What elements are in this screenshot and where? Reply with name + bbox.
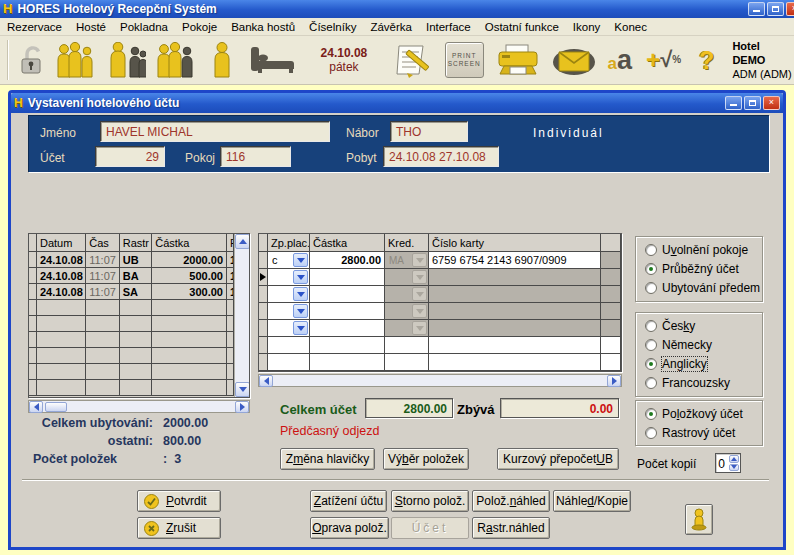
change-header-button[interactable]: Změna hlavičky [280, 448, 375, 470]
col-cislo-karty[interactable]: Číslo karty [429, 234, 601, 251]
scroll-right-icon[interactable] [607, 375, 621, 387]
col-rastr[interactable]: Rastr [120, 234, 153, 251]
rooms-bed-icon[interactable] [249, 45, 295, 75]
radio-icon [645, 339, 657, 351]
keeper-button[interactable] [685, 504, 713, 535]
col-f[interactable]: F [227, 234, 234, 251]
restore-button[interactable] [767, 2, 784, 16]
single-guest-icon[interactable] [211, 42, 233, 78]
menu-item-ciselniky[interactable]: Číselníky [302, 21, 363, 33]
col-kred[interactable]: Kred. [385, 234, 429, 251]
calculator-icon[interactable]: +√% [646, 50, 681, 70]
scroll-right-icon[interactable] [235, 401, 249, 413]
menu-item-pokladna[interactable]: Pokladna [113, 21, 175, 33]
combo-dropdown-icon[interactable] [293, 287, 308, 301]
col-castka2[interactable]: Částka [310, 234, 385, 251]
mail-icon[interactable] [552, 44, 596, 76]
edit-item-button[interactable]: Oprava polož. [310, 517, 389, 539]
payment-table-header: Zp.plac. Částka Kred. Číslo karty [259, 234, 621, 252]
payment-amount[interactable]: 2800.00 [310, 252, 385, 268]
payment-row-empty[interactable] [259, 303, 621, 320]
radio-uvolneni-pokoje[interactable]: Uvolnění pokoje [645, 243, 748, 257]
print-screen-button[interactable]: PRINT SCREEN [445, 42, 484, 78]
cancel-button[interactable]: Zrušit [137, 517, 221, 539]
col-castka[interactable]: Částka [152, 234, 227, 251]
payment-horizontal-scrollbar[interactable] [258, 374, 622, 387]
items-row[interactable]: 24.10.08 11:07 BA 500.00 1 [29, 268, 234, 284]
guests-mixed-icon[interactable] [106, 42, 146, 78]
guests-mixed2-icon[interactable] [156, 42, 196, 78]
minimize-button[interactable] [748, 2, 765, 16]
individual-label: Individuál [533, 126, 604, 140]
nabor-label: Nábor [346, 126, 379, 140]
help-icon[interactable]: ? [699, 46, 714, 75]
combo-dropdown-icon[interactable] [293, 304, 308, 318]
cancel-item-button[interactable]: Storno polož. [391, 490, 469, 512]
radio-anglicky[interactable]: Anglicky [645, 357, 707, 371]
combo-dropdown-icon[interactable] [293, 321, 308, 335]
menu-item-banka-hostu[interactable]: Banka hostů [224, 21, 302, 33]
spin-down-icon[interactable] [729, 464, 739, 472]
close-button[interactable]: × [786, 2, 794, 16]
payment-row[interactable]: c 2800.00 MA 6759 6754 2143 6907/0909 [259, 252, 621, 269]
room-field[interactable]: 116 [220, 146, 291, 167]
menu-item-pokoje[interactable]: Pokoje [175, 21, 224, 33]
spin-up-icon[interactable] [729, 455, 739, 463]
dialog-minimize-button[interactable] [725, 96, 742, 110]
dialog-maximize-button[interactable] [744, 96, 761, 110]
payment-row-empty[interactable] [259, 269, 621, 286]
nabor-field[interactable]: THO [390, 121, 468, 142]
combo-dropdown-icon[interactable] [293, 253, 308, 267]
items-vertical-scrollbar[interactable] [234, 234, 249, 397]
radio-polozkovy-ucet[interactable]: Položkový účet [645, 407, 743, 421]
card-number[interactable]: 6759 6754 2143 6907/0909 [429, 252, 601, 268]
radio-prubezny-ucet[interactable]: Průběžný účet [645, 262, 739, 276]
confirm-button[interactable]: Potvrdit [137, 490, 221, 512]
scrollbar-thumb[interactable] [45, 402, 67, 412]
payment-row-empty[interactable] [259, 286, 621, 303]
radio-ubytovani-predem[interactable]: Ubytování předem [645, 281, 760, 295]
menu-item-ostatni-funkce[interactable]: Ostatní funkce [478, 21, 566, 33]
col-datum[interactable]: Datum [37, 234, 86, 251]
fonts-icon[interactable]: a a [608, 49, 633, 71]
item-preview-button[interactable]: Polož.náhled [472, 490, 550, 512]
col-cas[interactable]: Čas [86, 234, 120, 251]
lock-icon[interactable] [19, 44, 45, 76]
payment-table: Zp.plac. Částka Kred. Číslo karty c 2800… [258, 233, 622, 372]
menu-item-zaverka[interactable]: Závěrka [363, 21, 419, 33]
app-logo-icon: H [3, 2, 12, 16]
hotel-user-info: Hotel DEMO ADM (ADM) [732, 39, 794, 81]
scroll-down-icon[interactable] [235, 382, 250, 397]
menu-item-rezervace[interactable]: Rezervace [0, 21, 69, 33]
menu-item-ikony[interactable]: Ikony [566, 21, 608, 33]
items-horizontal-scrollbar[interactable] [28, 400, 250, 413]
col-zp-plac[interactable]: Zp.plac. [268, 234, 310, 251]
copies-spinner[interactable]: 0 [715, 453, 741, 473]
log-notepad-icon[interactable] [393, 42, 433, 78]
currency-conversion-button[interactable]: Kurzový přepočet UB [497, 448, 619, 470]
print-icon[interactable] [496, 43, 540, 77]
charge-account-button[interactable]: Zatížení účtu [310, 490, 387, 512]
menu-item-interface[interactable]: Interface [419, 21, 478, 33]
account-field[interactable]: 29 [95, 146, 165, 167]
radio-nemecky[interactable]: Německy [645, 338, 712, 352]
raster-preview-button[interactable]: Rastr.náhled [472, 517, 550, 539]
name-field[interactable]: HAVEL MICHAL [100, 121, 330, 142]
combo-dropdown-icon[interactable] [293, 270, 308, 284]
scroll-left-icon[interactable] [29, 401, 43, 413]
items-row[interactable]: 24.10.08 11:07 UB 2000.00 1 [29, 252, 234, 268]
radio-francouzsky[interactable]: Francouzsky [645, 376, 730, 390]
menu-item-hoste[interactable]: Hosté [69, 21, 113, 33]
scroll-left-icon[interactable] [259, 375, 273, 387]
radio-rastrovy-ucet[interactable]: Rastrový účet [645, 426, 735, 440]
items-row[interactable]: 24.10.08 11:07 SA 300.00 1 [29, 284, 234, 300]
dialog-close-button[interactable]: × [763, 96, 780, 110]
preview-copy-button[interactable]: Náhled/Kopie [553, 490, 631, 512]
scroll-up-icon[interactable] [235, 234, 250, 249]
stay-field[interactable]: 24.10.08 27.10.08 [383, 146, 499, 167]
menu-item-konec[interactable]: Konec [607, 21, 654, 33]
select-items-button[interactable]: Výběr položek [383, 448, 469, 470]
guests-group-icon[interactable] [56, 42, 96, 78]
radio-cesky[interactable]: Česky [645, 319, 695, 333]
payment-row-empty[interactable] [259, 320, 621, 337]
